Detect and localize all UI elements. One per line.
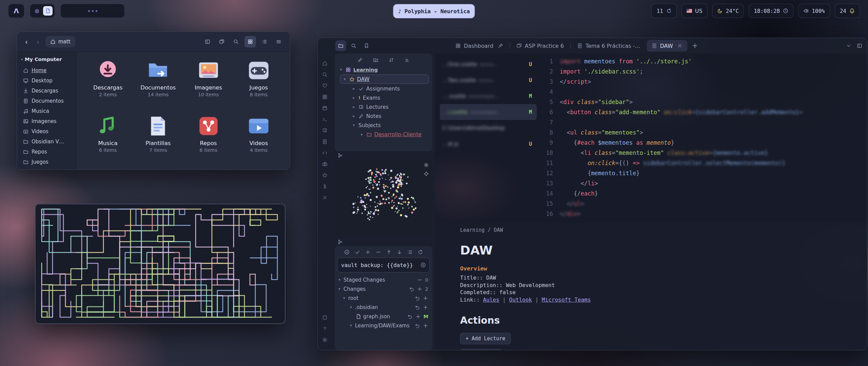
tab-daw[interactable]: DAW [647, 40, 688, 52]
stage-icon[interactable] [415, 314, 421, 319]
tree-item-notes[interactable]: ▸ Notes [335, 111, 432, 121]
menu-icon[interactable] [273, 36, 284, 47]
tree-root-learning[interactable]: ▾ Learning [335, 65, 432, 74]
new-tab-icon[interactable] [216, 36, 228, 47]
tab-list-chevron-icon[interactable] [846, 43, 851, 48]
notifications-module[interactable]: 24 [835, 4, 860, 18]
weather-module[interactable]: 24°C [712, 4, 744, 18]
workspace-1-button[interactable]: ◍ [32, 6, 42, 16]
window-icon[interactable] [318, 312, 332, 323]
tab-asp-practice-6[interactable]: ASP Practice 6 [512, 40, 569, 52]
canvas-icon[interactable] [318, 91, 332, 102]
clock-module[interactable]: 18:08:28 [749, 4, 793, 18]
discard-icon[interactable] [415, 323, 420, 328]
stage-icon[interactable] [423, 305, 428, 310]
launcher-button[interactable]: Λ [8, 4, 24, 18]
sort-icon[interactable] [389, 57, 394, 63]
commit-icon[interactable] [344, 249, 350, 255]
help-icon[interactable] [318, 323, 332, 334]
sidebar-item-desktop[interactable]: Desktop [20, 76, 73, 86]
tree-item-desarrollo-cliente[interactable]: ▸ Desarrollo-Cliente [335, 130, 432, 139]
changes-section[interactable]: ▾Changes 2 [337, 284, 430, 293]
commit-message-input[interactable]: vault backup: {{date}} [337, 258, 430, 272]
book-icon[interactable] [318, 125, 332, 136]
git-row-root[interactable]: ▾ root [337, 293, 430, 303]
unstage-all-icon[interactable] [376, 249, 381, 255]
search-tab-icon[interactable] [348, 40, 359, 51]
status-widget[interactable] [60, 4, 125, 18]
files-tab-icon[interactable] [335, 40, 346, 51]
graph-settings-icon[interactable] [423, 162, 429, 168]
tab-dashboard[interactable]: Dashboard [451, 40, 508, 52]
tree-folder-daw[interactable]: ▾ DAW [340, 75, 429, 84]
cross-icon[interactable] [318, 192, 332, 203]
sidebar-item-juegos[interactable]: Juegos [20, 157, 73, 167]
discard-all-icon[interactable] [409, 286, 414, 292]
vault-icon[interactable] [318, 58, 332, 69]
note-icon[interactable] [318, 136, 332, 147]
button-add-note[interactable]: + Add Note [460, 349, 501, 350]
discard-icon[interactable] [415, 296, 420, 301]
split-pane-icon[interactable] [857, 43, 862, 48]
close-icon[interactable] [677, 43, 683, 48]
push-icon[interactable] [386, 249, 392, 255]
code-editor[interactable]: 1 import mementoes from '../../store.js'… [537, 54, 867, 223]
folder-plantillas[interactable]: Plantillas 7 items [133, 111, 183, 167]
pull-icon[interactable] [397, 249, 402, 255]
star-icon[interactable] [318, 169, 332, 181]
toggle-panel-icon[interactable] [202, 36, 213, 47]
tree-item-assignments[interactable]: ▸ Assignments [335, 84, 432, 93]
change-list-icon[interactable] [407, 249, 413, 255]
tree-item-lectures[interactable]: ▸ Lectures [335, 102, 432, 111]
sidebar-item-imagenes[interactable]: Imagenes [20, 116, 73, 126]
settings-icon[interactable] [318, 334, 332, 345]
search-icon[interactable] [230, 36, 242, 47]
sidebar-item-home[interactable]: Home [20, 65, 73, 76]
stage-icon[interactable] [423, 296, 428, 301]
discard-icon[interactable] [415, 305, 420, 310]
button-add-lecture[interactable]: + Add Lecture [460, 333, 511, 344]
list-view-icon[interactable] [259, 36, 270, 47]
media-player-widget[interactable]: ♪ Polyphia - Neurotica [393, 4, 475, 18]
workspace-2-button[interactable] [43, 6, 53, 16]
volume-module[interactable]: 100% [798, 4, 830, 18]
new-tab-button[interactable]: + [689, 40, 701, 52]
camera-icon[interactable] [318, 158, 332, 169]
stage-all-icon[interactable] [417, 286, 422, 292]
sidebar-item-descargas[interactable]: Descargas [20, 86, 73, 96]
new-note-icon[interactable] [357, 57, 363, 63]
unstage-all-icon[interactable] [417, 277, 422, 283]
discard-icon[interactable] [407, 314, 413, 319]
folder-descargas[interactable]: Descargas 2 items [83, 56, 133, 111]
folder-musica[interactable]: Musica 6 items [83, 111, 133, 167]
git-row-obsidian[interactable]: ▾ .obsidian [337, 303, 430, 312]
git-row-graph-json[interactable]: graph.json M [337, 312, 430, 321]
sidebar-item-musica[interactable]: Musica [20, 106, 73, 116]
currency-icon[interactable] [318, 181, 332, 192]
folder-documentos[interactable]: Documentos 14 items [133, 56, 183, 111]
calendar-icon[interactable] [318, 102, 332, 114]
git-row-learning-daw-exams[interactable]: ▾ Learning/DAW/Exams [337, 321, 430, 330]
link-outlook[interactable]: Outlook [509, 297, 532, 303]
keyboard-layout-module[interactable]: US [682, 4, 708, 18]
folder-juegos[interactable]: Juegos 8 items [234, 56, 284, 111]
graph-view[interactable] [335, 160, 432, 232]
sidebar-item-documentos[interactable]: Documentos [20, 96, 73, 106]
git-tab-icon[interactable] [335, 238, 432, 246]
staged-changes-section[interactable]: ▾Staged Changes 0 [337, 275, 430, 284]
new-folder-icon[interactable] [373, 57, 378, 63]
note-breadcrumb[interactable]: Learning / DAW [460, 227, 853, 233]
clear-icon[interactable] [420, 262, 426, 268]
grid-view-icon[interactable] [244, 36, 256, 47]
search-icon[interactable] [318, 69, 332, 80]
local-graph-tab-icon[interactable] [335, 151, 432, 160]
link-microsoft-teams[interactable]: Microsoft Teams [542, 297, 591, 303]
sidebar-item-repos[interactable]: Repos [20, 147, 73, 157]
terminal-icon[interactable] [318, 114, 332, 125]
forward-button[interactable]: › [34, 38, 42, 46]
tree-item-exams[interactable]: ▸ ! Exams [335, 93, 432, 102]
refresh-icon[interactable] [418, 249, 423, 255]
graph-filter-icon[interactable] [423, 171, 429, 177]
tab-tema-6-pr-cticas[interactable]: Tema 6 Prácticas -… [572, 40, 645, 52]
stage-all-icon[interactable] [365, 249, 371, 255]
